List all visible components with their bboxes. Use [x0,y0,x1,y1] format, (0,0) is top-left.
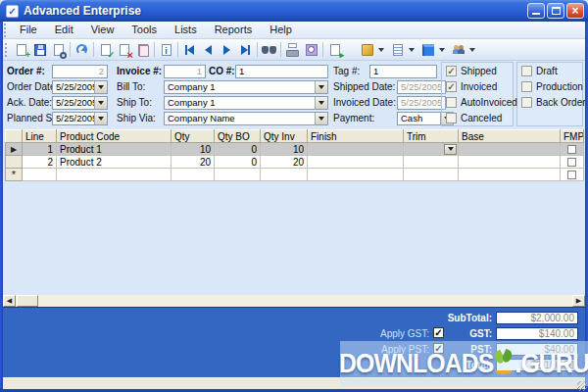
apply-gst-checkbox[interactable] [433,327,444,338]
col-finish[interactable]: Finish [308,130,404,143]
products-caret-icon[interactable] [378,48,384,52]
maximize-button[interactable] [547,3,564,19]
cell-fmp[interactable] [561,156,584,169]
col-qty-inv[interactable]: Qty Inv [261,130,308,143]
menu-file[interactable]: File [11,22,46,38]
find-icon[interactable] [260,41,278,59]
cell-base[interactable] [459,156,561,169]
col-trim[interactable]: Trim [404,130,459,143]
scrollbar-thumb[interactable] [17,295,38,307]
cell-line[interactable]: 2 [23,156,57,169]
minimize-button[interactable] [527,3,545,19]
planned-ship-field[interactable]: 5/25/2005 [52,112,108,125]
window-title: Advanced Enterprise [24,4,525,18]
cell-trim[interactable] [404,143,459,156]
ship-via-combo[interactable]: Company Name [164,112,328,125]
cell-qty-inv[interactable]: 20 [261,156,308,169]
ship-via-dropdown-icon[interactable] [315,113,327,124]
cell-fmp[interactable] [561,143,584,156]
schedule-icon[interactable] [302,41,320,59]
ack-date-field[interactable]: 5/25/2005 [52,96,108,110]
col-product-code[interactable]: Product Code [57,130,172,143]
ship-to-dropdown-icon[interactable] [315,97,327,109]
cell-finish[interactable] [308,143,404,156]
bill-to-dropdown-icon[interactable] [315,81,327,93]
menu-lists[interactable]: Lists [166,22,206,38]
cell-product-code[interactable]: Product 1 [57,143,172,156]
menu-edit[interactable]: Edit [46,22,82,38]
cell-qty-inv[interactable]: 10 [261,143,308,156]
cell-qty[interactable]: 20 [172,156,215,169]
refresh-icon[interactable] [73,41,91,59]
fmp-checkbox[interactable] [567,171,576,179]
cell-line[interactable] [23,169,57,181]
print-icon[interactable] [283,41,302,59]
tag-number-field[interactable]: 1 [369,65,437,78]
nav-previous-icon[interactable] [199,41,218,59]
new-record-icon[interactable]: + [12,41,30,59]
fmp-checkbox[interactable] [567,158,576,167]
col-line[interactable]: Line [23,130,57,143]
lists-caret-icon[interactable] [409,48,415,52]
ship-to-combo[interactable]: Company 1 [164,96,328,110]
order-date-field[interactable]: 5/25/2005 [52,80,108,94]
col-fmp[interactable]: FMP [561,130,584,143]
cell-trim[interactable] [404,169,459,181]
cell-qty-bo[interactable]: 0 [215,143,261,156]
co-number-field[interactable]: 1 [235,65,328,78]
order-date-dropdown-icon[interactable] [94,81,107,93]
cell-qty[interactable]: 10 [172,143,215,156]
menu-view[interactable]: View [82,22,123,38]
record-info-icon[interactable]: i [157,41,175,59]
inventory-caret-icon[interactable] [439,48,445,52]
shipped-checkbox-row: Shipped [446,66,497,76]
print-preview-icon[interactable] [49,41,68,59]
bill-to-combo[interactable]: Company 1 [164,80,328,94]
customers-caret-icon[interactable] [469,48,475,52]
cell-fmp[interactable] [561,169,584,181]
watermark-text-right: .GURU [514,349,588,379]
lists-menu-icon[interactable] [388,41,407,59]
col-base[interactable]: Base [459,130,561,143]
scrollbar-track[interactable] [38,295,572,307]
new-row-marker[interactable]: * [6,169,23,181]
col-qty[interactable]: Qty [172,130,215,143]
fmp-checkbox[interactable] [567,145,576,154]
menu-tools[interactable]: Tools [122,22,166,38]
menu-reports[interactable]: Reports [206,22,262,38]
cell-qty[interactable] [172,169,215,181]
scroll-left-icon[interactable]: ◀ [3,295,16,307]
close-button[interactable]: × [566,3,584,19]
cell-qty-inv[interactable] [261,169,308,181]
products-menu-icon[interactable] [358,41,376,59]
col-qty-bo[interactable]: Qty BO [215,130,261,143]
customers-menu-icon[interactable] [449,41,467,59]
scroll-right-icon[interactable]: ▶ [572,295,585,307]
inventory-menu-icon[interactable] [418,41,437,59]
approve-record-icon[interactable]: ✓ [96,41,115,59]
copy-record-icon[interactable] [133,41,152,59]
trim-dropdown-icon[interactable] [444,144,457,155]
horizontal-scrollbar[interactable]: ◀ ▶ [3,295,585,307]
planned-ship-dropdown-icon[interactable] [94,113,107,124]
cell-trim[interactable] [404,156,459,169]
cell-product-code[interactable]: Product 2 [57,156,172,169]
save-icon[interactable] [30,41,49,59]
cell-product-code[interactable] [57,169,172,181]
cell-base[interactable] [459,169,561,181]
export-icon[interactable]: ▸ [325,41,344,59]
menu-help[interactable]: Help [261,22,301,38]
cell-finish[interactable] [308,156,404,169]
cell-line[interactable]: 1 [23,143,57,156]
nav-first-icon[interactable] [180,41,199,59]
ack-date-dropdown-icon[interactable] [94,97,107,109]
cell-qty-bo[interactable] [215,169,261,181]
cancel-record-icon[interactable]: × [115,41,133,59]
nav-next-icon[interactable] [218,41,236,59]
cell-base[interactable] [459,143,561,156]
cell-qty-bo[interactable]: 0 [215,156,261,169]
row-selector-marker[interactable]: ▶ [6,143,23,156]
nav-last-icon[interactable] [236,41,255,59]
cell-finish[interactable] [308,169,404,181]
row-selector[interactable] [6,156,23,169]
